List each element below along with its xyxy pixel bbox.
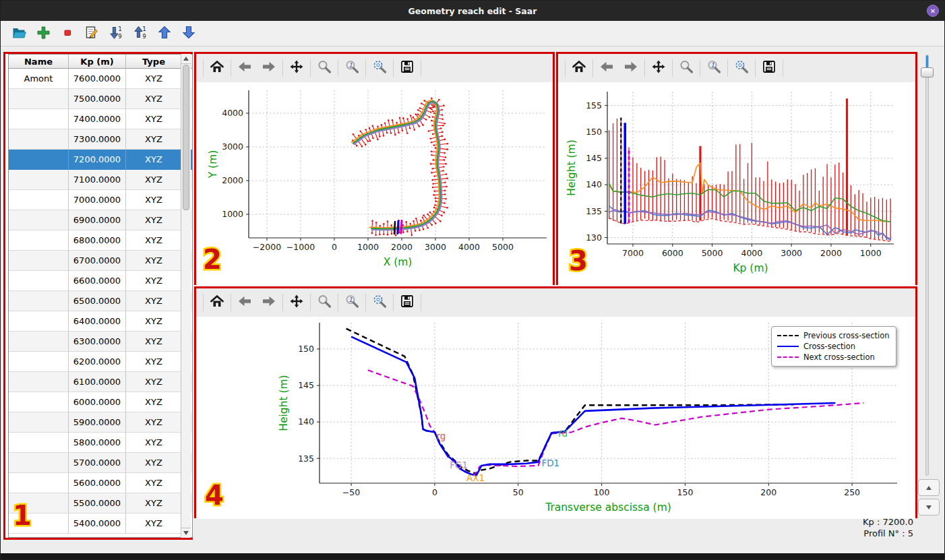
cell-type[interactable]: XYZ xyxy=(126,190,182,210)
back-button[interactable] xyxy=(233,58,257,78)
cell-type[interactable]: XYZ xyxy=(126,311,182,332)
table-row[interactable]: 7200.0000XYZ xyxy=(9,150,192,170)
table-scrollbar[interactable] xyxy=(181,54,191,538)
table-row[interactable]: 6100.0000XYZ xyxy=(9,372,192,392)
table-row[interactable]: 7500.0000XYZ xyxy=(9,89,192,109)
table-row[interactable]: 7100.0000XYZ xyxy=(9,170,192,190)
cell-kp[interactable]: 7300.0000 xyxy=(69,129,126,150)
cell-kp[interactable]: 5700.0000 xyxy=(69,453,126,473)
table-row[interactable]: 5600.0000XYZ xyxy=(9,473,192,493)
cell-type[interactable]: XYZ xyxy=(126,372,182,392)
cell-name[interactable] xyxy=(9,271,69,291)
table-row[interactable]: 6900.0000XYZ xyxy=(9,210,192,230)
cell-type[interactable]: XYZ xyxy=(126,493,182,514)
zoom-fit-button[interactable] xyxy=(367,58,392,78)
column-header-kp[interactable]: Kp (m) xyxy=(69,55,126,68)
cell-type[interactable]: XYZ xyxy=(126,109,182,129)
cell-name[interactable] xyxy=(9,210,69,230)
cell-kp[interactable]: 7200.0000 xyxy=(69,150,126,170)
edit-profile-button[interactable] xyxy=(83,25,100,42)
scroll-down-button[interactable] xyxy=(181,528,191,538)
cell-name[interactable] xyxy=(9,372,69,392)
column-header-name[interactable]: Name xyxy=(9,55,69,68)
cell-kp[interactable]: 5500.0000 xyxy=(69,493,126,514)
cell-kp[interactable]: 7500.0000 xyxy=(69,89,126,109)
cell-type[interactable]: XYZ xyxy=(126,352,182,372)
cell-type[interactable]: XYZ xyxy=(126,291,182,311)
cell-name[interactable] xyxy=(9,109,69,129)
table-row[interactable]: 6000.0000XYZ xyxy=(9,392,192,412)
table-row[interactable]: 7400.0000XYZ xyxy=(9,109,192,129)
table-row[interactable]: 5500.0000XYZ xyxy=(9,493,192,514)
cell-type[interactable]: XYZ xyxy=(126,150,182,170)
back-button[interactable] xyxy=(595,58,619,78)
home-button[interactable] xyxy=(567,58,591,78)
profile-slider-track[interactable] xyxy=(925,55,929,476)
move-down-button[interactable] xyxy=(180,25,197,42)
table-row[interactable]: 7300.0000XYZ xyxy=(9,129,192,150)
cell-type[interactable]: XYZ xyxy=(126,210,182,230)
zoom-one-button[interactable]: 1 xyxy=(340,58,364,78)
zoom-one-button[interactable]: 1 xyxy=(702,58,726,78)
sort-descending-button[interactable]: 19 xyxy=(131,25,149,42)
zoom-button[interactable] xyxy=(312,58,336,78)
cell-type[interactable]: XYZ xyxy=(126,170,182,190)
cell-name[interactable] xyxy=(9,251,69,271)
forward-button[interactable] xyxy=(257,292,281,313)
add-profile-button[interactable] xyxy=(34,25,52,42)
cell-name[interactable] xyxy=(9,311,69,332)
long-profile-plot[interactable]: 7000600050004000300020001000130135140145… xyxy=(558,82,915,286)
cell-kp[interactable]: 6900.0000 xyxy=(69,210,126,230)
cell-kp[interactable]: 6400.0000 xyxy=(69,311,126,332)
plan-view-canvas[interactable]: −2000−1000010002000300040005000100020003… xyxy=(196,82,553,283)
save-button[interactable] xyxy=(395,292,419,313)
cell-kp[interactable]: 5900.0000 xyxy=(69,412,126,433)
cell-type[interactable]: XYZ xyxy=(126,412,182,433)
cell-type[interactable]: XYZ xyxy=(126,89,182,109)
forward-button[interactable] xyxy=(619,58,643,78)
zoom-button[interactable] xyxy=(674,58,698,78)
zoom-button[interactable] xyxy=(312,292,336,313)
cell-name[interactable] xyxy=(9,170,69,190)
cell-kp[interactable]: 7000.0000 xyxy=(69,190,126,210)
cell-type[interactable]: XYZ xyxy=(126,230,182,251)
table-row[interactable]: 5700.0000XYZ xyxy=(9,453,192,473)
cell-kp[interactable]: 6200.0000 xyxy=(69,352,126,372)
forward-button[interactable] xyxy=(257,58,281,78)
scroll-up-button[interactable] xyxy=(181,54,191,64)
pan-button[interactable] xyxy=(284,292,309,313)
cell-kp[interactable]: 5400.0000 xyxy=(69,514,126,534)
cell-kp[interactable]: 6600.0000 xyxy=(69,271,126,291)
cell-type[interactable]: XYZ xyxy=(126,69,182,89)
pan-button[interactable] xyxy=(284,58,309,78)
cell-kp[interactable]: 6100.0000 xyxy=(69,372,126,392)
save-button[interactable] xyxy=(395,58,419,78)
cell-type[interactable]: XYZ xyxy=(126,453,182,473)
cell-type[interactable]: XYZ xyxy=(126,271,182,291)
table-row[interactable]: Amont7600.0000XYZ xyxy=(9,69,192,89)
table-row[interactable]: 6800.0000XYZ xyxy=(9,230,192,251)
cell-name[interactable] xyxy=(9,129,69,150)
home-button[interactable] xyxy=(205,292,229,313)
table-row[interactable]: 6400.0000XYZ xyxy=(9,311,192,332)
cell-name[interactable] xyxy=(9,190,69,210)
cell-name[interactable] xyxy=(9,332,69,352)
table-row[interactable]: 5400.0000XYZ xyxy=(9,514,192,534)
cell-type[interactable]: XYZ xyxy=(126,473,182,493)
cell-kp[interactable]: 6800.0000 xyxy=(69,230,126,251)
cell-kp[interactable]: 5800.0000 xyxy=(69,433,126,453)
table-row[interactable]: 7000.0000XYZ xyxy=(9,190,192,210)
profile-down-button[interactable] xyxy=(918,499,940,516)
cell-kp[interactable]: 7400.0000 xyxy=(69,109,126,129)
table-row[interactable]: 6700.0000XYZ xyxy=(9,251,192,271)
cell-type[interactable]: XYZ xyxy=(126,251,182,271)
profile-up-button[interactable] xyxy=(918,479,940,496)
plan-view-plot[interactable]: −2000−1000010002000300040005000100020003… xyxy=(196,82,553,286)
cell-kp[interactable]: 7100.0000 xyxy=(69,170,126,190)
long-profile-canvas[interactable]: 7000600050004000300020001000130135140145… xyxy=(558,82,915,283)
cell-name[interactable] xyxy=(9,412,69,433)
table-row[interactable]: 5800.0000XYZ xyxy=(9,433,192,453)
pan-button[interactable] xyxy=(646,58,671,78)
zoom-fit-button[interactable] xyxy=(729,58,754,78)
cell-kp[interactable]: 6000.0000 xyxy=(69,392,126,412)
